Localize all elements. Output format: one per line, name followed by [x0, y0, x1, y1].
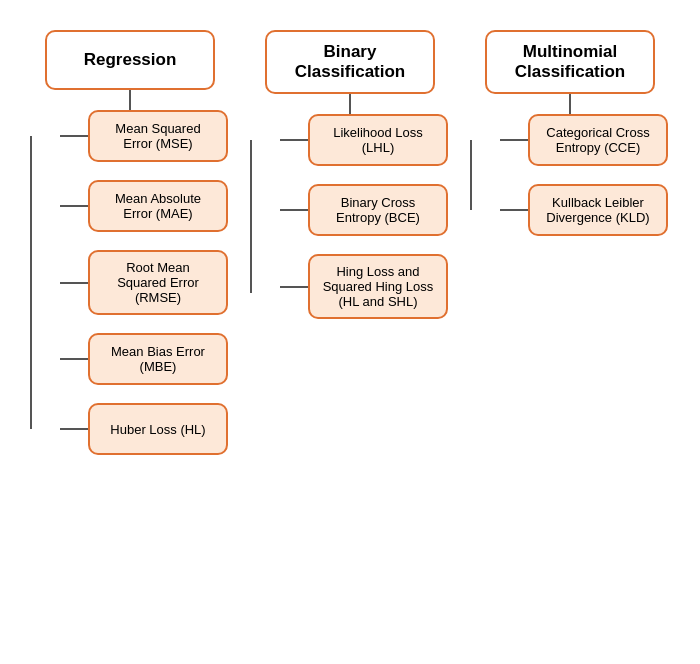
list-item: Huber Loss (HL) — [60, 403, 228, 455]
diagram: RegressionMean Squared Error (MSE)Mean A… — [10, 10, 690, 654]
list-item: Categorical Cross Entropy (CCE) — [500, 114, 668, 166]
list-item: Mean Absolute Error (MAE) — [60, 180, 228, 232]
items-multinomial: Categorical Cross Entropy (CCE)Kullback … — [470, 114, 670, 236]
item-box: Hing Loss and Squared Hing Loss (HL and … — [308, 254, 448, 319]
items-binary: Likelihood Loss (LHL)Binary Cross Entrop… — [250, 114, 450, 319]
list-item: Binary Cross Entropy (BCE) — [280, 184, 448, 236]
item-box: Kullback Leibler Divergence (KLD) — [528, 184, 668, 236]
item-box: Categorical Cross Entropy (CCE) — [528, 114, 668, 166]
column-multinomial: Multinomial ClassificationCategorical Cr… — [470, 30, 670, 236]
list-item: Root Mean Squared Error (RMSE) — [60, 250, 228, 315]
header-binary: Binary Classification — [265, 30, 435, 94]
list-item: Mean Bias Error (MBE) — [60, 333, 228, 385]
list-item: Kullback Leibler Divergence (KLD) — [500, 184, 668, 236]
item-box: Root Mean Squared Error (RMSE) — [88, 250, 228, 315]
item-box: Huber Loss (HL) — [88, 403, 228, 455]
item-box: Mean Bias Error (MBE) — [88, 333, 228, 385]
list-item: Mean Squared Error (MSE) — [60, 110, 228, 162]
items-regression: Mean Squared Error (MSE)Mean Absolute Er… — [30, 110, 230, 455]
item-box: Mean Absolute Error (MAE) — [88, 180, 228, 232]
item-box: Likelihood Loss (LHL) — [308, 114, 448, 166]
header-multinomial: Multinomial Classification — [485, 30, 655, 94]
list-item: Likelihood Loss (LHL) — [280, 114, 448, 166]
list-item: Hing Loss and Squared Hing Loss (HL and … — [280, 254, 448, 319]
item-box: Mean Squared Error (MSE) — [88, 110, 228, 162]
header-regression: Regression — [45, 30, 215, 90]
column-regression: RegressionMean Squared Error (MSE)Mean A… — [30, 30, 230, 455]
column-binary: Binary ClassificationLikelihood Loss (LH… — [250, 30, 450, 319]
item-box: Binary Cross Entropy (BCE) — [308, 184, 448, 236]
